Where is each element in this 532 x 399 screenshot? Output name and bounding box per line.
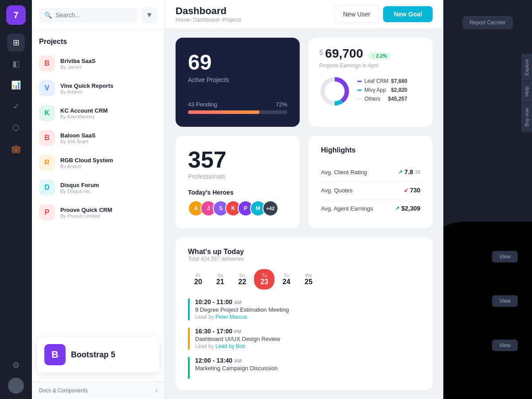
sidebar-icon-chart[interactable]: 📊 (7, 76, 25, 94)
highlights-title: Highlights (321, 146, 420, 154)
project-info: Briviba SaaS By James (60, 58, 96, 70)
project-by: By Andres (60, 89, 113, 94)
event-time: 10:20 - 11:00 AM (195, 298, 289, 305)
event-details: 12:00 - 13:40 AM Marketing Campaign Disc… (195, 357, 278, 372)
highlight-label: Avg. Agent Earnings (321, 205, 373, 212)
project-item[interactable]: K KC Account CRM By Keenthemes (32, 101, 164, 125)
sidebar-user-number[interactable]: 7 (6, 5, 26, 25)
bootstrap-overlay: B Bootstrap 5 (37, 337, 159, 372)
docs-bar[interactable]: Docs & Components › (32, 382, 164, 399)
professionals-count: 357 (188, 146, 287, 173)
search-input[interactable] (55, 12, 133, 19)
highlight-val: ↗ 7.8 10 (398, 168, 420, 176)
calendar-day[interactable]: Sa 21 (210, 269, 231, 289)
project-info: Vine Quick Reports By Andres (60, 82, 113, 94)
day-num: 20 (194, 278, 202, 286)
sidebar: 7 ⊞ ◧ 📊 ✓ ⬡ 💼 ⚙ (0, 0, 32, 399)
legend-label: Others (364, 96, 380, 102)
pending-row: 43 Pending 72% (188, 101, 287, 108)
project-info: Baloon SaaS By SIA Team (60, 132, 95, 144)
calendar-day[interactable]: We 25 (298, 269, 319, 289)
project-info: RGB Cloud System By Andrei (60, 157, 113, 169)
project-icon: K (39, 105, 55, 121)
event-bar (188, 328, 190, 350)
sidebar-icon-check[interactable]: ✓ (7, 98, 25, 115)
calendar-day[interactable]: Su 22 (232, 269, 253, 289)
search-wrap[interactable]: 🔍 (39, 8, 138, 22)
docs-arrow: › (156, 387, 157, 394)
val-muted: 10 (415, 169, 420, 175)
day-num: 25 (305, 278, 313, 286)
legend-dot (357, 90, 362, 91)
highlight-row: Avg. Agent Earnings ↗ $2,309 (321, 200, 420, 217)
rs-tab[interactable]: Help (521, 81, 532, 102)
day-name: Su (239, 273, 245, 278)
active-projects-label: Active Projects (188, 76, 287, 83)
day-num: 22 (239, 278, 246, 286)
view-button-3[interactable]: View (492, 340, 518, 351)
project-icon: P (39, 204, 55, 220)
event-person-link[interactable]: Lead by Bob (215, 343, 245, 349)
view-btn-wrap: View (485, 247, 525, 266)
project-item[interactable]: V Vine Quick Reports By Andres (32, 76, 164, 101)
legend-dot (357, 98, 362, 100)
professionals-label: Professionals (188, 173, 287, 180)
bootstrap-label: Bootstrap 5 (71, 350, 115, 360)
project-name: Proove Quick CRM (60, 207, 112, 213)
rs-tab[interactable]: Buy now (521, 102, 532, 132)
rs-tab[interactable]: Explore (521, 53, 532, 81)
sidebar-icon-briefcase[interactable]: 💼 (7, 140, 25, 158)
sidebar-icon-layers[interactable]: ◧ (7, 55, 25, 73)
bootstrap-logo: B (44, 344, 66, 365)
project-item[interactable]: D Disqus Forum By Disqus Inc. (32, 175, 164, 200)
new-user-button[interactable]: New User (334, 6, 379, 23)
project-item[interactable]: B Briviba SaaS By James (32, 51, 164, 76)
event-person-link[interactable]: Peter Marcus (215, 314, 247, 320)
filter-button[interactable]: ▼ (141, 7, 157, 23)
legend-val: $7,660 (391, 78, 407, 84)
highlight-row: Avg. Quotes ↙ 730 (321, 181, 420, 200)
calendar-day[interactable]: Tu 23 (254, 269, 274, 289)
sidebar-icon-stack[interactable]: ⬡ (7, 119, 25, 137)
day-num: 24 (282, 278, 290, 286)
day-num: 23 (260, 278, 268, 286)
search-icon: 🔍 (44, 12, 52, 19)
calendar-day[interactable]: Fr 20 (188, 269, 208, 289)
project-name: RGB Cloud System (60, 157, 113, 164)
view-button-1[interactable]: View (492, 251, 518, 262)
report-center-button[interactable]: Report Cecnter (462, 16, 512, 29)
sidebar-icon-settings[interactable]: ⚙ (7, 356, 25, 374)
project-name: Baloon SaaS (60, 132, 95, 139)
calendar-day[interactable]: Tu 24 (276, 269, 297, 289)
progress-bar-wrap (188, 110, 287, 114)
trend-arrow: ↙ (404, 187, 408, 193)
earnings-legend: Leaf CRM $7,660 Mivy App $2,820 Others $… (357, 78, 407, 105)
event-title: Dashboard UI/UX Design Review (195, 336, 280, 342)
breadcrumb: Home- Dashboard- Projects (176, 17, 242, 23)
earnings-amount: 69,700 (325, 47, 363, 60)
sidebar-icon-grid[interactable]: ⊞ (7, 34, 25, 51)
legend-val: $2,820 (391, 87, 407, 93)
highlight-row: Avg. Client Rating ↗ 7.8 10 (321, 163, 420, 181)
earnings-symbol: $ (319, 49, 323, 56)
event-ampm: AM (234, 300, 242, 305)
view-button-2[interactable]: View (492, 295, 518, 307)
event-item: 10:20 - 11:00 AM 9 Degree Project Estima… (188, 298, 420, 321)
project-item[interactable]: B Baloon SaaS By SIA Team (32, 125, 164, 150)
new-goal-button[interactable]: New Goal (383, 6, 433, 22)
sidebar-user-avatar[interactable] (8, 378, 24, 394)
topbar-right: New User New Goal (334, 6, 433, 23)
highlight-label: Avg. Client Rating (321, 169, 367, 176)
project-icon: B (39, 130, 55, 146)
avatar-circle: +42 (262, 200, 278, 216)
legend-dot (357, 81, 362, 82)
project-item[interactable]: R RGB Cloud System By Andrei (32, 150, 164, 175)
project-item[interactable]: P Proove Quick CRM By Proove Limited (32, 200, 164, 225)
day-name: Fr (196, 273, 200, 278)
legend-item: Others $45,257 (357, 96, 407, 102)
view-btn-wrap-2: View (485, 292, 525, 310)
project-name: Briviba SaaS (60, 58, 96, 64)
topbar: Dashboard Home- Dashboard- Projects New … (165, 0, 443, 29)
project-info: KC Account CRM By Keenthemes (60, 107, 108, 119)
calendar-row: Fr 20 Sa 21 Su 22 Tu 23 Tu 24 We 25 (188, 269, 420, 289)
